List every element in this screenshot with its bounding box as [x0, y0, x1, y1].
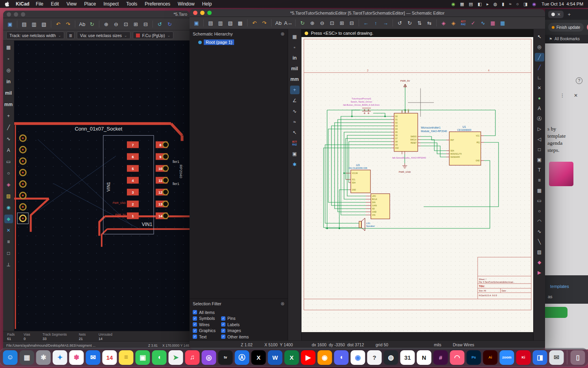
dock-icon-photoshop[interactable]: Ps: [467, 350, 481, 365]
zoom-window-icon[interactable]: [21, 12, 25, 17]
siri-icon[interactable]: ◉: [532, 2, 536, 7]
dock-icon-music[interactable]: ♫: [185, 350, 200, 365]
menu-item-file[interactable]: File: [36, 1, 43, 7]
zoom-objects-icon[interactable]: ⊞: [337, 19, 346, 28]
textbox-icon[interactable]: ≡: [535, 176, 544, 185]
sim-probe-icon[interactable]: ≈: [290, 118, 300, 126]
symbol-editor-icon[interactable]: ◈: [439, 19, 448, 28]
menu-item-preferences[interactable]: Preferences: [145, 1, 170, 7]
browser-tab[interactable]: ✕: [548, 11, 564, 18]
display-icon[interactable]: ▤: [469, 2, 473, 7]
pcb-titlebar[interactable]: *5.Taro: [3, 11, 190, 18]
dock-icon-excel[interactable]: X: [285, 350, 299, 365]
print-icon[interactable]: ▧: [39, 20, 48, 29]
units-inches[interactable]: in: [4, 77, 13, 86]
grid-icon[interactable]: ▦: [4, 43, 13, 52]
airplay-icon[interactable]: ▸: [486, 2, 489, 7]
mirror-v-icon[interactable]: ⇅: [415, 19, 424, 28]
dock-icon-vscode[interactable]: ◨: [533, 350, 547, 365]
minimize-icon[interactable]: [14, 12, 18, 17]
dimension-icon[interactable]: ◆: [535, 258, 544, 267]
zoom-in-icon[interactable]: ⊕: [102, 20, 111, 29]
find-replace-icon[interactable]: A↔: [284, 19, 293, 28]
track-width-dropdown[interactable]: Track: use netclass width⌄: [6, 32, 64, 39]
bus-entry-icon[interactable]: ∟: [535, 73, 544, 82]
dock-icon-photos[interactable]: ✽: [69, 350, 84, 365]
plot-icon[interactable]: ▧: [226, 19, 235, 28]
layer-dropdown[interactable]: F.Cu (PgUp)⌄: [133, 32, 173, 39]
menu-clock[interactable]: Tue Oct 14 4:54 PM: [541, 2, 583, 6]
pcb-editor-icon[interactable]: ▦: [498, 19, 507, 28]
no-connect-icon[interactable]: ✕: [535, 84, 544, 92]
dock-icon-kicad[interactable]: Ki: [516, 350, 531, 365]
checkbox-symbols[interactable]: ✓: [193, 316, 197, 321]
zoom-fit-icon[interactable]: ⊡: [121, 20, 130, 29]
track-display-icon[interactable]: ▭: [4, 157, 13, 166]
hier-sheet-icon[interactable]: □: [535, 145, 544, 154]
print-icon[interactable]: ▥: [216, 19, 225, 28]
highlight-net-icon[interactable]: ◎: [535, 43, 544, 51]
net-class-flag-icon[interactable]: Ⓐ: [535, 114, 544, 123]
dock-icon-youtube[interactable]: ▶: [301, 350, 316, 365]
dock-icon-settings[interactable]: ✱: [36, 350, 51, 365]
checkbox-all-items[interactable]: ✓: [193, 310, 197, 314]
cursor-icon[interactable]: ↖: [535, 32, 544, 41]
menu-item-edit[interactable]: Edit: [51, 1, 59, 7]
close-icon[interactable]: [193, 11, 197, 15]
dock-icon-facetime[interactable]: ▣: [136, 350, 150, 365]
dock-icon-maps[interactable]: ➤: [169, 350, 183, 365]
dock-icon-calendar-31[interactable]: 31: [400, 350, 415, 365]
curved-ratsnest-icon[interactable]: ∿: [4, 134, 13, 143]
rotate-ccw-icon[interactable]: ↺: [395, 19, 404, 28]
board-setup-icon[interactable]: ▤: [20, 20, 29, 29]
cross-probe-icon[interactable]: ✕: [4, 226, 13, 235]
net-names-icon[interactable]: A: [4, 146, 13, 155]
erc-icon[interactable]: ✓: [469, 19, 478, 28]
zoom-window-icon[interactable]: [207, 11, 212, 15]
menu-app-name[interactable]: KiCad: [16, 1, 30, 7]
selection-filter-close-icon[interactable]: ⊗: [281, 301, 285, 306]
units-mils[interactable]: mil: [4, 89, 13, 97]
find-icon[interactable]: Ab: [78, 20, 87, 29]
polar-coords-icon[interactable]: ◎: [4, 66, 13, 75]
checkbox-other-items[interactable]: ✓: [221, 334, 225, 339]
units-mils[interactable]: mil: [290, 64, 300, 73]
symbol-fields-icon[interactable]: ▣: [290, 149, 300, 158]
text-icon[interactable]: T: [535, 166, 544, 174]
schematic-titlebar[interactable]: *5.TarotTutorSchematicEditor [5.TarotTut…: [190, 9, 545, 17]
inspect-icon[interactable]: ◉: [4, 203, 13, 212]
nav-back-icon[interactable]: ←: [361, 19, 370, 28]
mirror-h-icon[interactable]: ⇆: [425, 19, 434, 28]
via-size-dropdown[interactable]: Via: use netclass sizes⌄: [77, 32, 130, 39]
via-display-icon[interactable]: ○: [4, 169, 13, 177]
nav-forward-icon[interactable]: →: [381, 19, 390, 28]
all-bookmarks-item[interactable]: ⚑All Bookmarks: [545, 35, 588, 43]
simulator-icon[interactable]: ∿: [478, 19, 488, 28]
table-icon[interactable]: ▦: [535, 186, 544, 195]
arc-icon[interactable]: ◠: [535, 217, 544, 226]
dock-icon-notes[interactable]: ≡: [119, 350, 134, 365]
menu-item-help[interactable]: Help: [202, 1, 212, 7]
redo-icon[interactable]: ↷: [260, 19, 269, 28]
refresh-icon[interactable]: ↻: [87, 20, 97, 29]
schematic-setup-icon[interactable]: ▤: [206, 19, 215, 28]
dock-icon-word[interactable]: W: [268, 350, 283, 365]
dock-icon-mail[interactable]: ✉: [86, 350, 100, 365]
grid-icon[interactable]: ▦: [290, 32, 300, 41]
rectangle-icon[interactable]: ▭: [535, 196, 544, 205]
bus-icon[interactable]: ╱: [535, 63, 544, 72]
crosshair-icon[interactable]: +: [4, 112, 13, 120]
focus-icon[interactable]: ◍: [493, 2, 497, 7]
pcb-canvas[interactable]: 7869510411312213114Conn_01x07_SocketVIN1…: [14, 41, 190, 331]
rotate-ccw-icon[interactable]: ↺: [155, 20, 164, 29]
dock-icon-calendar[interactable]: 14: [102, 350, 117, 365]
units-mm[interactable]: mm: [290, 75, 300, 84]
dock-icon-zoom[interactable]: zoom: [500, 350, 514, 365]
net-label-icon[interactable]: A: [535, 104, 544, 113]
grid-dots-icon[interactable]: ▫: [4, 54, 13, 63]
highlight-icon[interactable]: ◆: [4, 215, 13, 223]
menu-item-tools[interactable]: Tools: [126, 1, 137, 7]
checkbox-images[interactable]: ✓: [221, 329, 225, 333]
dock-icon-arc[interactable]: ◠: [450, 350, 465, 365]
sheet-pin-icon[interactable]: ▣: [535, 155, 544, 164]
